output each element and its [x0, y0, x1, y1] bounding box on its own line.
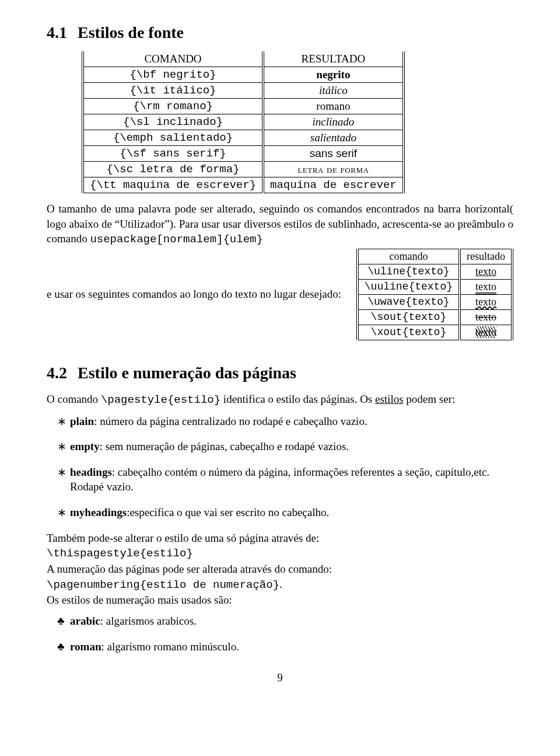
text: podem ser:: [404, 393, 456, 405]
section-4-1-heading: 4.1Estilos de fonte: [47, 23, 513, 42]
text: identifica o estilo das páginas. Os: [220, 393, 375, 405]
col-header-resultado: RESULTADO: [263, 51, 404, 67]
cell-result: romano: [263, 99, 404, 114]
cell-cmd: {\sl inclinado}: [83, 114, 263, 130]
cell-result: texto: [460, 325, 512, 340]
cell-result: texto: [460, 294, 512, 309]
text-underlined: estilos: [375, 393, 404, 405]
list-item: roman: algarismo romano minúsculo.: [70, 639, 513, 654]
section-number: 4.1: [47, 23, 67, 41]
page-number: 9: [47, 671, 513, 684]
list-item: myheadings:especifica o que vai ser escr…: [70, 505, 513, 520]
text: texto: [475, 296, 496, 308]
item-name: plain: [70, 415, 94, 427]
table-row: \sout{texto}texto: [358, 309, 512, 325]
text: texto: [475, 326, 496, 338]
table-row: \xout{texto}texto: [358, 325, 512, 340]
item-desc: : sem numeração de páginas, cabeçalho e …: [100, 440, 349, 452]
table-row: {\bf negrito}negrito: [83, 67, 404, 83]
item-desc: : algarismo romano minúsculo.: [101, 640, 239, 653]
styles-list: plain: número da página centralizado no …: [47, 414, 513, 520]
section-number: 4.2: [47, 364, 67, 382]
code-inline: usepackage[normalem]{ulem}: [90, 233, 262, 246]
item-desc: :especifica o que vai ser escrito no cab…: [127, 506, 329, 518]
cell-cmd: {\sf sans serif}: [83, 146, 263, 162]
cell-cmd: \xout{texto}: [358, 325, 460, 340]
table-row: {\sf sans serif}sans serif: [83, 146, 404, 162]
table-row: \uline{texto}texto: [358, 264, 512, 279]
col-header-comando: comando: [358, 249, 460, 264]
table-row: {\rm romano}romano: [83, 99, 404, 114]
table-row: {\it itálico}itálico: [83, 83, 404, 99]
cell-result: salientado: [263, 130, 404, 146]
inline-table-block: e usar os seguintes comandos ao longo do…: [47, 249, 513, 340]
section-title: Estilo e numeração das páginas: [78, 364, 296, 382]
item-name: myheadings: [70, 506, 127, 518]
text: A numeração das páginas pode ser alterad…: [47, 563, 332, 575]
table-row: {\emph salientado}salientado: [83, 130, 404, 146]
item-name: arabic: [70, 615, 100, 627]
table-row: \uuline{texto}texto: [358, 279, 512, 294]
table-row: {\tt maquina de escrever}maquina de escr…: [83, 177, 404, 193]
table-header-row: comandoresultado: [358, 249, 512, 264]
item-name: roman: [70, 640, 101, 653]
section-4-2-heading: 4.2Estilo e numeração das páginas: [47, 364, 513, 382]
paragraph-pagestyle: O comando \pagestyle{estilo} identifica …: [47, 392, 513, 408]
item-desc: : número da página centralizado no rodap…: [94, 415, 367, 427]
cell-cmd: {\it itálico}: [83, 83, 263, 99]
text: texto: [475, 311, 496, 323]
table-row: {\sc letra de forma}letra de forma: [83, 162, 404, 177]
cell-cmd: \uuline{texto}: [358, 279, 460, 294]
text: Os estilos de numeração mais usados são:: [47, 594, 232, 606]
code-inline: \pagestyle{estilo}: [101, 393, 220, 406]
cell-cmd: \uline{texto}: [358, 264, 460, 279]
cell-result: itálico: [263, 83, 404, 99]
text: texto: [475, 281, 496, 294]
text: .: [279, 578, 282, 590]
item-desc: : algarismos arabicos.: [100, 615, 197, 627]
cell-result: texto: [460, 279, 512, 294]
code-inline: \thispagestyle{estilo}: [47, 547, 193, 560]
table-header-row: COMANDO RESULTADO: [83, 51, 404, 67]
item-name: headings: [70, 466, 112, 478]
paragraph-thispagestyle: Também pode-se alterar o estilo de uma s…: [47, 531, 513, 608]
col-header-resultado: resultado: [460, 249, 512, 264]
cell-result: negrito: [263, 67, 404, 83]
list-item: empty: sem numeração de páginas, cabeçal…: [70, 439, 513, 454]
cell-cmd: {\rm romano}: [83, 99, 263, 114]
item-desc: : cabeçalho contém o número da página, i…: [70, 466, 489, 493]
numbering-styles-list: arabic: algarismos arabicos. roman: alga…: [47, 614, 513, 654]
cell-result: maquina de escrever: [263, 177, 404, 193]
cell-result: inclinado: [263, 114, 404, 130]
underline-styles-table: comandoresultado \uline{texto}texto \uul…: [356, 249, 513, 340]
cell-cmd: {\emph salientado}: [83, 130, 263, 146]
cell-result: sans serif: [263, 146, 404, 162]
section-title: Estilos de fonte: [78, 23, 184, 41]
cell-cmd: {\sc letra de forma}: [83, 162, 263, 177]
list-item: headings: cabeçalho contém o número da p…: [70, 465, 513, 494]
cell-cmd: {\bf negrito}: [83, 67, 263, 83]
lead-text: e usar os seguintes comandos ao longo do…: [47, 288, 353, 301]
list-item: arabic: algarismos arabicos.: [70, 614, 513, 629]
cell-result: letra de forma: [263, 162, 404, 177]
list-item: plain: número da página centralizado no …: [70, 414, 513, 429]
table-row: {\sl inclinado}inclinado: [83, 114, 404, 130]
cell-result: texto: [460, 309, 512, 325]
cell-result: texto: [460, 264, 512, 279]
text: O comando: [47, 393, 101, 405]
cell-cmd: {\tt maquina de escrever}: [83, 177, 263, 193]
code-inline: \pagenumbering{estilo de numeração}: [47, 579, 279, 591]
cell-cmd: \uwave{texto}: [358, 294, 460, 309]
table-row: \uwave{texto}texto: [358, 294, 512, 309]
cell-cmd: \sout{texto}: [358, 309, 460, 325]
col-header-comando: COMANDO: [83, 51, 263, 67]
text: texto: [475, 266, 496, 277]
text: Também pode-se alterar o estilo de uma s…: [47, 532, 319, 544]
paragraph-font-size: O tamanho de uma palavra pode ser altera…: [47, 201, 513, 248]
font-styles-table: COMANDO RESULTADO {\bf negrito}negrito {…: [82, 51, 405, 193]
item-name: empty: [70, 440, 100, 452]
